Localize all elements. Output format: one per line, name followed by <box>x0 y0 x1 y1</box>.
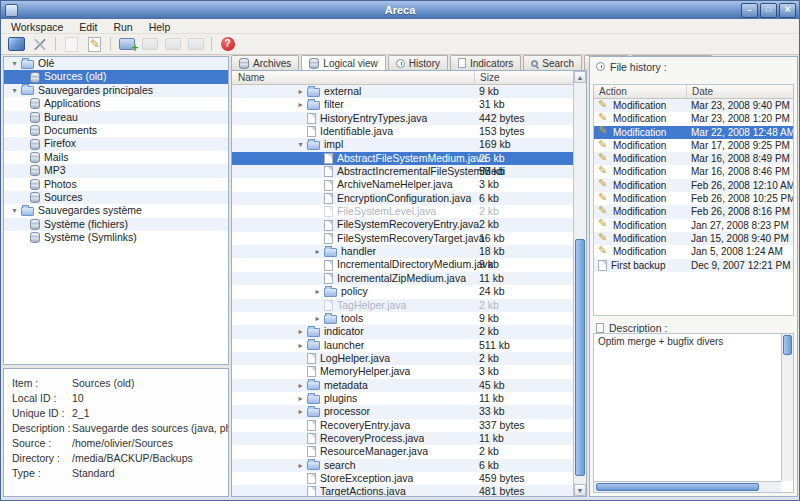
history-row[interactable]: ModificationFeb 26, 2008 12:10 AM <box>594 179 793 192</box>
expand-arrow-icon[interactable]: ▸ <box>294 85 307 98</box>
tree-file-incrementaldirectorymedium-java[interactable]: IncrementalDirectoryMedium.java9 kb <box>232 258 573 271</box>
tree-item-sources[interactable]: Sources <box>4 191 228 204</box>
history-row[interactable]: ModificationMar 16, 2008 8:46 PM <box>594 165 793 178</box>
file-tree-scrollbar[interactable]: ▲ ▼ <box>573 71 586 496</box>
tree-file-identifiable-java[interactable]: Identifiable.java153 bytes <box>232 125 573 138</box>
tree-file-storeexception-java[interactable]: StoreException.java459 bytes <box>232 472 573 485</box>
history-row[interactable]: ModificationMar 17, 2008 9:25 PM <box>594 139 793 152</box>
menu-edit[interactable]: Edit <box>71 21 105 33</box>
open-workspace-button[interactable] <box>5 35 28 53</box>
tree-folder-tools[interactable]: ▸tools9 kb <box>232 312 573 325</box>
backup-button[interactable] <box>115 35 138 53</box>
expand-arrow-icon[interactable]: ▸ <box>294 405 307 418</box>
column-header-date[interactable]: Date <box>686 85 713 98</box>
tree-folder-handler[interactable]: ▸handler18 kb <box>232 245 573 258</box>
tree-file-abstractincrementalfilesystemmedi[interactable]: AbstractIncrementalFileSystemMedi55 kb <box>232 165 573 178</box>
tree-item-mp3[interactable]: MP3 <box>4 164 228 177</box>
tree-item-documents[interactable]: Documents <box>4 124 228 137</box>
expand-arrow-icon[interactable]: ▸ <box>294 325 307 338</box>
expand-arrow-icon[interactable]: ▸ <box>311 312 324 325</box>
tree-item-syst-me-symlinks[interactable]: Système (Symlinks) <box>4 231 228 244</box>
expand-arrow-icon[interactable]: ▸ <box>294 339 307 352</box>
collapse-arrow-icon[interactable]: ▾ <box>8 84 21 97</box>
tree-folder-search[interactable]: ▸search6 kb <box>232 459 573 472</box>
scrollbar-thumb[interactable] <box>575 239 585 476</box>
tree-folder-policy[interactable]: ▸policy24 kb <box>232 285 573 298</box>
history-row[interactable]: ModificationMar 16, 2008 8:49 PM <box>594 152 793 165</box>
expand-arrow-icon[interactable]: ▸ <box>294 392 307 405</box>
description-hscrollbar[interactable] <box>594 481 781 492</box>
column-header-size[interactable]: Size <box>474 71 499 84</box>
tree-file-filesystemrecoverytarget-java[interactable]: FileSystemRecoveryTarget.java16 kb <box>232 232 573 245</box>
preferences-button[interactable] <box>28 35 51 53</box>
tree-item-ol[interactable]: ▾Olé <box>4 57 228 70</box>
history-row[interactable]: ModificationJan 15, 2008 9:40 PM <box>594 232 793 245</box>
tab-indicators[interactable]: Indicators <box>450 55 521 70</box>
history-row[interactable]: ModificationJan 5, 2008 1:24 AM <box>594 245 793 258</box>
scroll-up-icon[interactable]: ▲ <box>574 71 586 83</box>
tree-folder-processor[interactable]: ▸processor33 kb <box>232 405 573 418</box>
tree-file-loghelper-java[interactable]: LogHelper.java2 kb <box>232 352 573 365</box>
tree-folder-launcher[interactable]: ▸launcher511 kb <box>232 339 573 352</box>
history-row[interactable]: ModificationFeb 26, 2008 8:16 PM <box>594 205 793 218</box>
minimize-button[interactable]: – <box>741 3 758 18</box>
tree-file-abstractfilesystemmedium-java[interactable]: AbstractFileSystemMedium.java25 kb <box>232 152 573 165</box>
tab-history[interactable]: History <box>388 55 448 70</box>
tree-file-resourcemanager-java[interactable]: ResourceManager.java2 kb <box>232 445 573 458</box>
collapse-arrow-icon[interactable]: ▾ <box>294 138 307 151</box>
tree-folder-impl[interactable]: ▾impl169 kb <box>232 138 573 151</box>
menu-help[interactable]: Help <box>141 21 179 33</box>
tree-file-filesystemrecoveryentry-java[interactable]: FileSystemRecoveryEntry.java2 kb <box>232 218 573 231</box>
tree-file-incrementalzipmedium-java[interactable]: IncrementalZipMedium.java11 kb <box>232 272 573 285</box>
tab-archives[interactable]: Archives <box>231 55 299 70</box>
tree-folder-filter[interactable]: ▸filter31 kb <box>232 98 573 111</box>
tree-file-taghelper-java[interactable]: TagHelper.java2 kb <box>232 299 573 312</box>
history-row[interactable]: ModificationMar 22, 2008 12:48 AM <box>594 126 793 139</box>
history-row[interactable]: First backupDec 9, 2007 12:21 PM <box>594 259 793 272</box>
tab-logical-view[interactable]: Logical view <box>301 55 385 70</box>
menu-workspace[interactable]: Workspace <box>3 21 71 33</box>
description-vscrollbar[interactable] <box>781 334 793 481</box>
expand-arrow-icon[interactable]: ▸ <box>294 379 307 392</box>
menu-run[interactable]: Run <box>105 21 140 33</box>
expand-arrow-icon[interactable]: ▸ <box>311 285 324 298</box>
tree-folder-metadata[interactable]: ▸metadata45 kb <box>232 379 573 392</box>
history-row[interactable]: ModificationJan 27, 2008 8:23 PM <box>594 219 793 232</box>
history-row[interactable]: ModificationFeb 26, 2008 10:25 PM <box>594 192 793 205</box>
expand-arrow-icon[interactable]: ▸ <box>294 98 307 111</box>
tree-file-historyentrytypes-java[interactable]: HistoryEntryTypes.java442 bytes <box>232 112 573 125</box>
tab-search[interactable]: Search <box>523 55 582 70</box>
tree-file-memoryhelper-java[interactable]: MemoryHelper.java3 kb <box>232 365 573 378</box>
expand-arrow-icon[interactable]: ▸ <box>294 459 307 472</box>
scrollbar-thumb[interactable] <box>783 335 792 355</box>
tree-item-syst-me-fichiers[interactable]: Système (fichiers) <box>4 218 228 231</box>
column-header-name[interactable]: Name <box>238 71 265 84</box>
tree-item-photos[interactable]: Photos <box>4 178 228 191</box>
tree-item-applications[interactable]: Applications <box>4 97 228 110</box>
tree-folder-indicator[interactable]: ▸indicator2 kb <box>232 325 573 338</box>
maximize-button[interactable]: □ <box>760 3 777 18</box>
tree-file-recoveryentry-java[interactable]: RecoveryEntry.java337 bytes <box>232 419 573 432</box>
scrollbar-thumb[interactable] <box>596 483 759 491</box>
history-row[interactable]: ModificationMar 23, 2008 9:40 PM <box>594 99 793 112</box>
tree-item-firefox[interactable]: Firefox <box>4 137 228 150</box>
tree-folder-plugins[interactable]: ▸plugins11 kb <box>232 392 573 405</box>
tree-item-sources-old[interactable]: Sources (old) <box>4 70 228 83</box>
tree-item-sauvegardes-syst-me[interactable]: ▾Sauvegardes système <box>4 204 228 217</box>
tree-folder-external[interactable]: ▸external9 kb <box>232 85 573 98</box>
tree-item-bureau[interactable]: Bureau <box>4 111 228 124</box>
tree-file-filesystemlevel-java[interactable]: FileSystemLevel.java2 kb <box>232 205 573 218</box>
history-row[interactable]: ModificationMar 23, 2008 1:20 PM <box>594 112 793 125</box>
expand-arrow-icon[interactable]: ▸ <box>311 245 324 258</box>
tree-file-targetactions-java[interactable]: TargetActions.java481 bytes <box>232 485 573 496</box>
close-button[interactable]: ✕ <box>779 3 796 18</box>
help-button[interactable] <box>216 35 239 53</box>
column-header-action[interactable]: Action <box>599 85 627 98</box>
scroll-down-icon[interactable]: ▼ <box>574 484 586 496</box>
edit-target-button[interactable] <box>83 35 106 53</box>
tree-file-archivenamehelper-java[interactable]: ArchiveNameHelper.java3 kb <box>232 178 573 191</box>
tree-item-mails[interactable]: Mails <box>4 151 228 164</box>
tree-file-encryptionconfiguration-java[interactable]: EncryptionConfiguration.java6 kb <box>232 192 573 205</box>
collapse-arrow-icon[interactable]: ▾ <box>8 204 21 217</box>
collapse-arrow-icon[interactable]: ▾ <box>8 57 21 70</box>
